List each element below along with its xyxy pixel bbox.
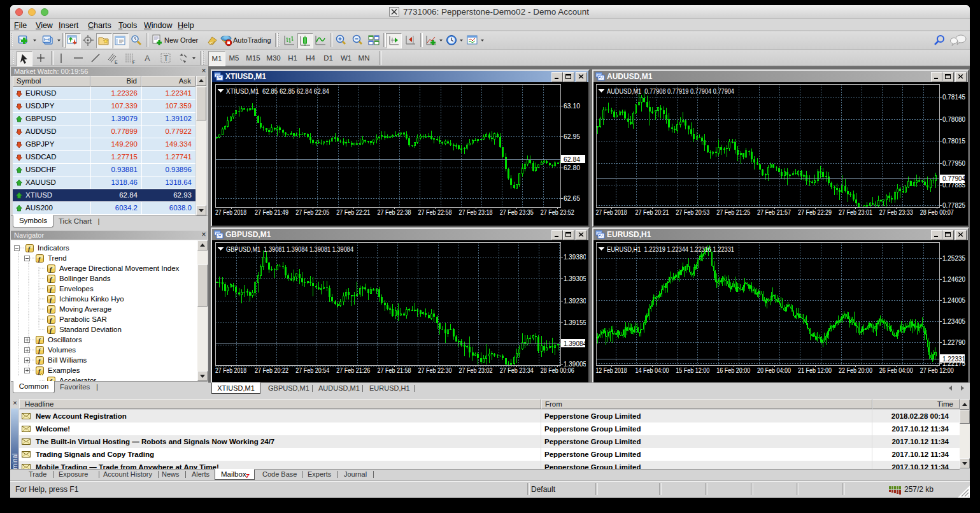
svg-text:62.80: 62.80 bbox=[564, 164, 580, 171]
svg-text:0.77825: 0.77825 bbox=[942, 201, 965, 209]
svg-text:27 Feb 2018: 27 Feb 2018 bbox=[215, 366, 246, 374]
svg-text:62.65: 62.65 bbox=[564, 194, 580, 202]
svg-text:27 Feb 2018: 27 Feb 2018 bbox=[215, 208, 246, 216]
svg-text:27 Feb 22:05: 27 Feb 22:05 bbox=[295, 208, 329, 216]
svg-text:27 Feb 20:21: 27 Feb 20:21 bbox=[635, 208, 669, 216]
svg-text:28 Feb 00:06: 28 Feb 00:06 bbox=[541, 366, 574, 374]
svg-text:62.95: 62.95 bbox=[564, 133, 580, 140]
svg-text:27 Feb 23:52: 27 Feb 23:52 bbox=[541, 208, 574, 216]
svg-text:GBPUSD,M1 1.39081 1.39084 1.3: GBPUSD,M1 1.39081 1.39084 1.39081 1.3908… bbox=[226, 245, 353, 253]
svg-text:27 Feb 22:21: 27 Feb 22:21 bbox=[336, 208, 370, 216]
svg-text:27 Feb 22:29: 27 Feb 22:29 bbox=[798, 208, 832, 216]
svg-text:XTIUSD,M1 62.85 62.85 62.84 6: XTIUSD,M1 62.85 62.85 62.84 62.84 bbox=[226, 87, 330, 95]
svg-text:21 Feb 12:00: 21 Feb 12:00 bbox=[798, 366, 832, 374]
svg-text:62.84: 62.84 bbox=[564, 155, 580, 163]
svg-text:0.77950: 0.77950 bbox=[942, 159, 965, 167]
svg-text:27 Feb 21:57: 27 Feb 21:57 bbox=[757, 208, 791, 216]
svg-text:F: F bbox=[132, 60, 135, 64]
svg-text:16 Feb 20:00: 16 Feb 20:00 bbox=[716, 366, 750, 374]
svg-text:27 Feb 23:35: 27 Feb 23:35 bbox=[500, 208, 534, 216]
svg-text:27 Feb 23:01: 27 Feb 23:01 bbox=[839, 208, 872, 216]
svg-text:27 Feb 21:25: 27 Feb 21:25 bbox=[716, 208, 750, 216]
svg-text:A: A bbox=[145, 54, 150, 63]
svg-text:63.10: 63.10 bbox=[564, 102, 580, 110]
svg-text:1.24005: 1.24005 bbox=[942, 296, 965, 304]
svg-text:AUDUSD,M1 0.77908 0.77919 0.7: AUDUSD,M1 0.77908 0.77919 0.77904 0.7790… bbox=[607, 87, 734, 95]
svg-text:26 Feb 04:00: 26 Feb 04:00 bbox=[879, 366, 913, 374]
svg-text:27 Feb 2018: 27 Feb 2018 bbox=[596, 208, 627, 216]
svg-text:1.39380: 1.39380 bbox=[564, 253, 586, 261]
svg-text:27 Feb 20:54: 27 Feb 20:54 bbox=[295, 366, 329, 374]
svg-text:T: T bbox=[164, 54, 169, 63]
svg-text:15 Feb 12:00: 15 Feb 12:00 bbox=[676, 366, 709, 374]
svg-text:27 Feb 23:02: 27 Feb 23:02 bbox=[459, 366, 493, 374]
svg-text:22 Feb 20:00: 22 Feb 20:00 bbox=[839, 366, 872, 374]
svg-text:1.39305: 1.39305 bbox=[564, 275, 586, 282]
svg-text:27 Feb 20:22: 27 Feb 20:22 bbox=[255, 366, 288, 374]
svg-text:27 Feb 23:18: 27 Feb 23:18 bbox=[459, 208, 493, 216]
svg-text:27 Feb 12:00: 27 Feb 12:00 bbox=[920, 366, 954, 374]
svg-text:27 Feb 23:33: 27 Feb 23:33 bbox=[879, 208, 913, 216]
svg-text:27 Feb 20:53: 27 Feb 20:53 bbox=[676, 208, 709, 216]
svg-text:20 Feb 04:00: 20 Feb 04:00 bbox=[757, 366, 791, 374]
svg-text:1.22790: 1.22790 bbox=[942, 338, 965, 346]
svg-text:27 Feb 21:26: 27 Feb 21:26 bbox=[336, 366, 370, 374]
svg-text:1.25235: 1.25235 bbox=[942, 254, 965, 262]
svg-text:28 Feb 00:07: 28 Feb 00:07 bbox=[920, 208, 954, 216]
svg-text:EURUSD,H1 1.22319 1.22344 1.2: EURUSD,H1 1.22319 1.22344 1.22316 1.2233… bbox=[607, 245, 734, 253]
svg-text:E: E bbox=[115, 60, 118, 64]
svg-text:1.24620: 1.24620 bbox=[942, 275, 965, 283]
svg-text:1.39155: 1.39155 bbox=[564, 319, 586, 326]
svg-text:27 Feb 22:58: 27 Feb 22:58 bbox=[418, 208, 452, 216]
svg-text:1.22331: 1.22331 bbox=[942, 355, 965, 363]
svg-text:0.77904: 0.77904 bbox=[942, 175, 965, 182]
svg-text:27 Feb 23:34: 27 Feb 23:34 bbox=[500, 366, 534, 374]
svg-text:27 Feb 21:49: 27 Feb 21:49 bbox=[255, 208, 288, 216]
svg-text:0.78145: 0.78145 bbox=[942, 93, 965, 101]
svg-text:27 Feb 22:30: 27 Feb 22:30 bbox=[418, 366, 452, 374]
svg-text:0.78080: 0.78080 bbox=[942, 115, 965, 123]
svg-text:1.39230: 1.39230 bbox=[564, 297, 586, 305]
svg-text:1.39084: 1.39084 bbox=[564, 340, 586, 347]
svg-text:14 Feb 04:00: 14 Feb 04:00 bbox=[635, 366, 669, 374]
svg-text:0.78015: 0.78015 bbox=[942, 137, 965, 145]
svg-text:27 Feb 21:58: 27 Feb 21:58 bbox=[377, 366, 411, 374]
svg-text:12 Feb 2018: 12 Feb 2018 bbox=[596, 366, 627, 374]
svg-text:27 Feb 22:38: 27 Feb 22:38 bbox=[377, 208, 411, 216]
svg-text:1.23405: 1.23405 bbox=[942, 317, 965, 325]
